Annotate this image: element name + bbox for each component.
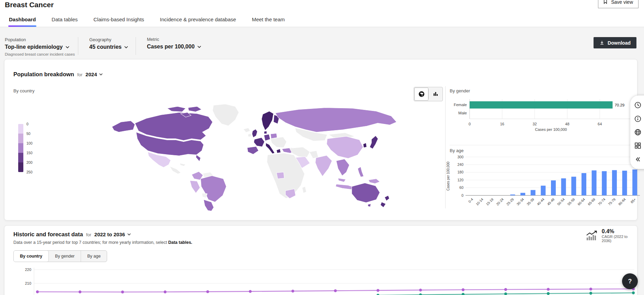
globe-filled-icon	[418, 91, 425, 98]
map-region-central-america[interactable]	[170, 166, 181, 174]
age-y-tick: 240	[457, 162, 463, 167]
subtitle-text: Data over a 15-year period for top 7 cou…	[13, 240, 168, 245]
age-x-tick: 60-64	[577, 197, 586, 206]
age-bar-70-74	[602, 171, 607, 195]
map-region-new-zealand-south[interactable]	[380, 202, 386, 207]
map-region-new-zealand-north[interactable]	[384, 195, 389, 201]
side-tools-rail	[630, 95, 644, 169]
top-country-line-2-point	[419, 293, 422, 295]
map-region-nigeria[interactable]	[276, 172, 284, 179]
map-region-korea[interactable]	[363, 143, 367, 148]
gender-x-tick: 0	[469, 122, 471, 126]
help-label: ?	[628, 278, 632, 285]
map-region-argentina-chile[interactable]	[204, 200, 214, 211]
map-region-india[interactable]	[315, 156, 332, 177]
map-region-ireland[interactable]	[248, 133, 251, 137]
info-icon[interactable]	[634, 115, 642, 123]
cagr-value: 0.4%	[602, 228, 637, 235]
map-region-russia[interactable]	[275, 107, 396, 132]
map-region-spain[interactable]	[247, 147, 258, 155]
tab-meet-the-team[interactable]: Meet the team	[251, 14, 286, 27]
map-region-canada-islands-1[interactable]	[167, 106, 186, 112]
filter-divider	[78, 37, 78, 55]
age-x-tick: 0-4	[468, 197, 474, 203]
view-tab-by-age[interactable]: By age	[81, 251, 107, 262]
dashboard-icon[interactable]	[634, 142, 642, 149]
map-region-tasmania[interactable]	[368, 204, 371, 207]
map-region-australia[interactable]	[352, 183, 380, 203]
age-x-tick: 55-59	[567, 197, 576, 206]
historic-forecast-title: Historic and forecast data	[13, 231, 83, 238]
map-region-cuba[interactable]	[180, 163, 186, 166]
historic-forecast-card: Historic and forecast data for 2022 to 2…	[4, 225, 637, 295]
map-region-philippines[interactable]	[358, 167, 364, 177]
bookmark-icon	[603, 0, 608, 5]
map-region-eastern-europe[interactable]	[271, 137, 287, 148]
map-region-malaysia[interactable]	[338, 178, 346, 182]
top-country-line-2-point	[547, 292, 550, 295]
map-region-madagascar[interactable]	[302, 186, 306, 193]
chevron-down-icon	[66, 46, 69, 48]
help-button[interactable]: ?	[622, 273, 638, 289]
map-region-uk[interactable]	[252, 129, 257, 137]
tab-claims-based-insights[interactable]: Claims-based Insights	[93, 14, 145, 27]
age-bar-55-59	[571, 177, 576, 195]
map-region-pakistan[interactable]	[309, 151, 318, 159]
legend-color-bar	[18, 124, 23, 172]
population-label: Population	[5, 37, 69, 42]
map-region-indonesia-1[interactable]	[336, 184, 354, 190]
map-view-button[interactable]	[414, 88, 428, 101]
map-region-denmark[interactable]	[264, 131, 267, 134]
historic-forecast-header: Historic and forecast data for 2022 to 2…	[13, 231, 131, 238]
tab-dashboard[interactable]: Dashboard	[8, 14, 36, 27]
map-region-se-asia[interactable]	[336, 159, 349, 176]
view-tab-by-country[interactable]: By country	[13, 250, 49, 262]
top-country-line-1-point	[419, 288, 422, 291]
subtitle-data-tables-link[interactable]: Data tables.	[168, 240, 192, 245]
page-title: Breast Cancer	[5, 1, 54, 9]
tab-incidence-prevalence-database[interactable]: Incidence & prevalence database	[159, 14, 237, 27]
map-region-peru[interactable]	[190, 181, 200, 193]
map-region-alaska[interactable]	[112, 121, 135, 132]
collapse-panel-icon[interactable]	[634, 156, 642, 163]
map-region-greenland[interactable]	[212, 104, 239, 126]
header: Breast Cancer DashboardData tablesClaims…	[0, 0, 644, 27]
map-region-france[interactable]	[254, 137, 264, 147]
bar-view-button[interactable]	[429, 88, 442, 100]
year-select[interactable]: 2024	[85, 71, 103, 77]
map-region-png[interactable]	[368, 179, 380, 183]
age-x-tick: 15-19	[485, 197, 494, 206]
chevron-down-icon	[197, 46, 201, 48]
globe-icon[interactable]	[634, 128, 642, 136]
map-region-japan[interactable]	[370, 136, 378, 149]
gender-x-tick: 64	[598, 122, 602, 126]
map-region-greece[interactable]	[276, 149, 280, 153]
by-gender-chart: 01632486480Female70.29MaleCases per 100,…	[450, 94, 642, 132]
map-region-canada-islands-2[interactable]	[188, 106, 202, 112]
history-icon[interactable]	[634, 101, 642, 109]
download-button[interactable]: Download	[594, 37, 636, 48]
map-view-toggle	[414, 87, 443, 101]
geography-value: 45 countries	[89, 44, 122, 50]
map-region-germany[interactable]	[264, 134, 270, 141]
forecast-y-tick: 210	[25, 281, 31, 285]
map-region-iceland[interactable]	[243, 128, 250, 133]
age-bar-75-79	[612, 170, 617, 195]
top-country-line-1-point	[589, 288, 592, 291]
metric-value: Cases per 100,000	[147, 44, 195, 50]
geography-select[interactable]: 45 countries	[89, 44, 128, 50]
map-region-china[interactable]	[327, 136, 363, 158]
save-view-button[interactable]: Save view	[598, 0, 639, 8]
tab-data-tables[interactable]: Data tables	[51, 14, 78, 27]
view-tab-by-gender[interactable]: By gender	[49, 251, 81, 262]
top-country-line-1-point	[36, 291, 39, 293]
range-select[interactable]: 2022 to 2036	[94, 231, 131, 237]
map-region-brazil[interactable]	[200, 176, 226, 202]
map-region-florida[interactable]	[196, 155, 201, 161]
map-region-norway-sweden[interactable]	[262, 111, 274, 131]
legend-tick-label: 250	[26, 170, 33, 174]
population-select[interactable]: Top-line epidemiology	[5, 44, 69, 50]
age-x-tick: 10-14	[475, 197, 484, 206]
metric-select[interactable]: Cases per 100,000	[147, 44, 201, 50]
map-region-bolivia[interactable]	[202, 193, 207, 198]
